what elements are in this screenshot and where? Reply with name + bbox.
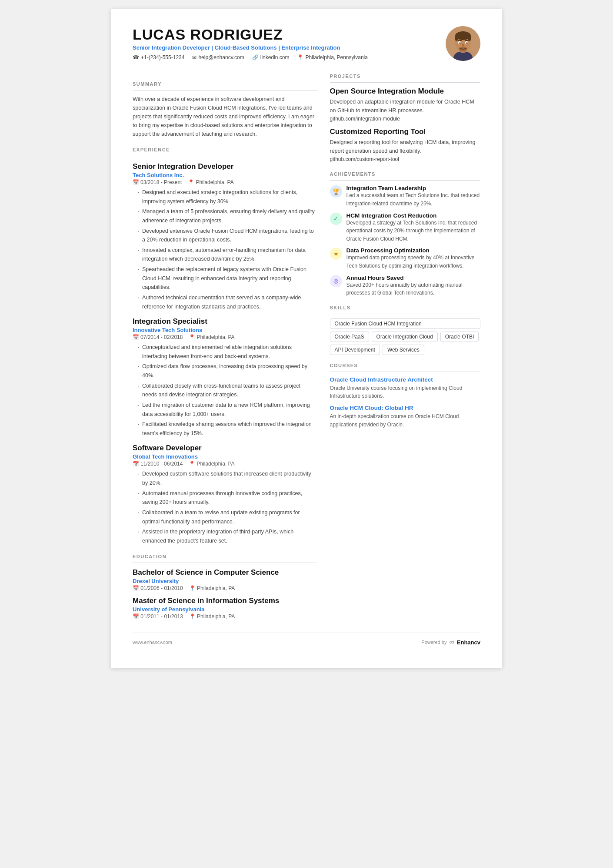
header-contacts: ☎ +1-(234)-555-1234 ✉ help@enhancv.com 🔗… xyxy=(133,54,446,60)
bullet-item: Automated manual processes through innov… xyxy=(138,489,317,507)
footer-powered: Powered by ∞ Enhancv xyxy=(421,638,480,646)
job-meta-3: 📅 11/2010 - 06/2014 📍 Philadelphia, PA xyxy=(133,461,317,467)
bullet-item: Designed and executed strategic integrat… xyxy=(138,188,317,206)
project-link-2: github.com/custom-report-tool xyxy=(330,155,481,164)
location-icon-1: 📍 xyxy=(188,179,194,185)
footer-website: www.enhancv.com xyxy=(133,640,172,645)
experience-section-title: EXPERIENCE xyxy=(133,147,317,152)
bullet-item: Conceptualized and implemented reliable … xyxy=(138,343,317,361)
right-column: PROJECTS Open Source Integration Module … xyxy=(330,74,481,620)
achievement-content-2: HCM Integration Cost Reduction Developed… xyxy=(346,212,481,243)
achievement-item-4: ◎ Annual Hours Saved Saved 200+ hours an… xyxy=(330,275,481,297)
calendar-icon-2: 📅 xyxy=(133,334,139,340)
svg-point-9 xyxy=(459,42,461,44)
job-title-2: Integration Specialist xyxy=(133,317,317,326)
header-divider xyxy=(133,69,480,69)
edu-date-1: 📅 01/2006 - 01/2010 xyxy=(133,585,183,591)
achievement-item-2: ✓ HCM Integration Cost Reduction Develop… xyxy=(330,212,481,243)
footer-logo-icon: ∞ xyxy=(449,638,454,646)
edu-degree-2: Master of Science in Information Systems xyxy=(133,597,317,605)
phone-icon: ☎ xyxy=(133,54,139,60)
courses-divider xyxy=(330,372,481,372)
experience-divider xyxy=(133,156,317,156)
bullet-item: Developed extensive Oracle Fusion Cloud … xyxy=(138,227,317,245)
left-column: SUMMARY With over a decade of experience… xyxy=(133,74,317,620)
header-left: LUCAS RODRIGUEZ Senior Integration Devel… xyxy=(133,26,446,60)
bullet-item: Developed custom software solutions that… xyxy=(138,469,317,487)
achievement-content-1: Integration Team Leadership Led a succes… xyxy=(346,185,481,208)
bullet-item: Led the migration of customer data to a … xyxy=(138,401,317,419)
course-desc-1: Oracle University course focusing on imp… xyxy=(330,384,481,400)
project-link-1: github.com/integration-module xyxy=(330,115,481,123)
achievement-icon-1: 🏆 xyxy=(330,185,342,198)
summary-divider xyxy=(133,90,317,90)
edu-meta-1: 📅 01/2006 - 01/2010 📍 Philadelphia, PA xyxy=(133,585,317,591)
achievement-title-2: HCM Integration Cost Reduction xyxy=(346,212,481,219)
calendar-icon-1: 📅 xyxy=(133,179,139,185)
skills-grid: Oracle Fusion Cloud HCM Integration Orac… xyxy=(330,318,481,355)
calendar-icon-edu-1: 📅 xyxy=(133,585,139,591)
education-section-title: EDUCATION xyxy=(133,554,317,559)
bullet-item: Optimized data flow processes, increasin… xyxy=(138,362,317,380)
skill-tag-2: Oracle PaaS xyxy=(330,332,369,342)
achievement-item-3: ★ Data Processing Optimization Improved … xyxy=(330,247,481,270)
candidate-name: LUCAS RODRIGUEZ xyxy=(133,26,446,43)
achievement-desc-4: Saved 200+ hours annually by automating … xyxy=(346,281,481,297)
achievement-content-3: Data Processing Optimization Improved da… xyxy=(346,247,481,270)
location-icon-3: 📍 xyxy=(189,461,195,467)
edu-school-1: Drexel University xyxy=(133,578,317,584)
email-icon: ✉ xyxy=(192,54,197,60)
location-icon-edu-2: 📍 xyxy=(189,613,196,620)
achievement-content-4: Annual Hours Saved Saved 200+ hours annu… xyxy=(346,275,481,297)
project-desc-2: Designed a reporting tool for analyzing … xyxy=(330,138,481,164)
bullet-item: Innovated a complex, automated error-han… xyxy=(138,246,317,264)
projects-divider xyxy=(330,82,481,83)
job-company-1: Tech Solutions Inc. xyxy=(133,172,317,178)
edu-location-2: 📍 Philadelphia, PA xyxy=(189,613,235,620)
education-divider xyxy=(133,563,317,563)
footer-brand: Enhancv xyxy=(457,639,480,646)
course-title-2: Oracle HCM Cloud: Global HR xyxy=(330,405,481,411)
skill-tag-5: API Development xyxy=(330,345,380,355)
summary-section-title: SUMMARY xyxy=(133,81,317,87)
achievement-icon-2: ✓ xyxy=(330,213,342,225)
achievement-desc-1: Led a successful team at Tech Solutions … xyxy=(346,191,481,208)
summary-text: With over a decade of experience in soft… xyxy=(133,95,317,138)
avatar-image xyxy=(446,26,480,61)
achievement-icon-3: ★ xyxy=(330,248,342,260)
job-bullets-2: Conceptualized and implemented reliable … xyxy=(133,343,317,438)
job-location-1: 📍 Philadelphia, PA xyxy=(188,179,233,185)
courses-section-title: COURSES xyxy=(330,363,481,368)
skill-tag-6: Web Services xyxy=(383,345,424,355)
avatar xyxy=(446,26,480,61)
job-date-3: 📅 11/2010 - 06/2014 xyxy=(133,461,183,467)
edu-location-1: 📍 Philadelphia, PA xyxy=(189,585,235,591)
job-location-2: 📍 Philadelphia, PA xyxy=(189,334,234,340)
svg-rect-6 xyxy=(468,36,471,41)
project-title-2: Customized Reporting Tool xyxy=(330,127,481,136)
job-company-2: Innovative Tech Solutions xyxy=(133,327,317,333)
edu-degree-1: Bachelor of Science in Computer Science xyxy=(133,568,317,577)
job-meta-2: 📅 07/2014 - 02/2018 📍 Philadelphia, PA xyxy=(133,334,317,340)
resume-page: LUCAS RODRIGUEZ Senior Integration Devel… xyxy=(111,9,502,668)
svg-rect-5 xyxy=(455,36,458,41)
bullet-item: Spearheaded the replacement of legacy sy… xyxy=(138,265,317,292)
achievement-icon-4: ◎ xyxy=(330,275,342,287)
svg-point-14 xyxy=(459,47,467,51)
bullet-item: Authored technical documentation that se… xyxy=(138,293,317,311)
course-title-1: Oracle Cloud Infrastructure Architect xyxy=(330,376,481,383)
achievements-divider xyxy=(330,180,481,181)
header: LUCAS RODRIGUEZ Senior Integration Devel… xyxy=(133,26,480,61)
project-title-1: Open Source Integration Module xyxy=(330,87,481,96)
achievement-title-3: Data Processing Optimization xyxy=(346,247,481,254)
skill-tag-4: Oracle OTBI xyxy=(440,332,479,342)
location-icon-edu-1: 📍 xyxy=(189,585,196,591)
project-desc-1: Developed an adaptable integration modul… xyxy=(330,97,481,123)
edu-school-2: University of Pennsylvania xyxy=(133,606,317,613)
contact-linkedin: 🔗 linkedin.com xyxy=(252,54,290,60)
svg-rect-12 xyxy=(465,40,469,41)
job-date-2: 📅 07/2014 - 02/2018 xyxy=(133,334,183,340)
achievement-desc-3: Improved data processing speeds by 40% a… xyxy=(346,254,481,270)
skill-tag-1: Oracle Fusion Cloud HCM Integration xyxy=(330,318,481,329)
candidate-title: Senior Integration Developer | Cloud-Bas… xyxy=(133,44,446,51)
